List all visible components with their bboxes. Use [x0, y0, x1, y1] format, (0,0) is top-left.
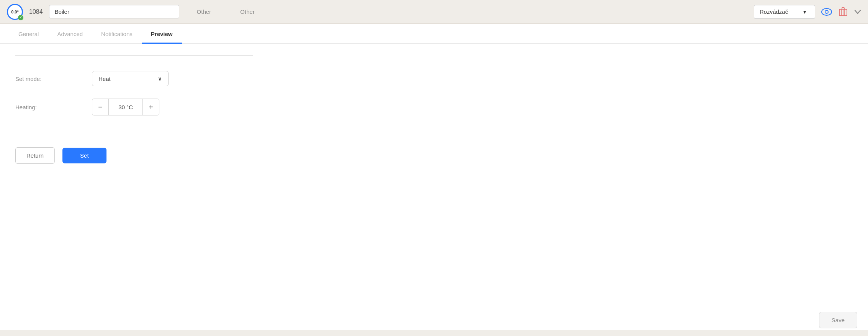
preview-panel: Set mode: Heat ∨ Heating: − 30 °C + [0, 44, 268, 175]
increase-button[interactable]: + [143, 99, 159, 115]
svg-point-1 [825, 10, 828, 13]
other-label-2: Other [229, 8, 266, 15]
heating-label: Heating: [15, 104, 92, 110]
collapse-chevron-icon[interactable] [854, 10, 861, 14]
category-dropdown[interactable]: Rozvádzač ▾ [754, 5, 815, 19]
save-button[interactable]: Save [819, 312, 857, 328]
heating-row: Heating: − 30 °C + [15, 99, 253, 115]
device-name-input[interactable] [49, 5, 179, 18]
save-area: Save [819, 312, 857, 328]
mode-value: Heat [98, 76, 111, 82]
heating-stepper: − 30 °C + [92, 99, 159, 115]
mode-dropdown[interactable]: Heat ∨ [92, 71, 169, 86]
heating-value: 30 °C [108, 99, 143, 115]
set-button[interactable]: Set [62, 148, 106, 163]
other-label-1: Other [185, 8, 223, 15]
device-circle-badge: 0.0° ✓ [7, 4, 23, 20]
decrease-button[interactable]: − [92, 99, 108, 115]
dropdown-chevron-icon: ▾ [803, 8, 806, 15]
mode-chevron-icon: ∨ [158, 75, 162, 82]
svg-point-0 [822, 8, 832, 15]
top-divider [15, 55, 253, 56]
header-icons [821, 7, 861, 16]
tab-general[interactable]: General [9, 24, 48, 44]
set-mode-label: Set mode: [15, 76, 92, 82]
badge-value: 0.0° [11, 10, 19, 14]
main-content: Set mode: Heat ∨ Heating: − 30 °C + [0, 44, 868, 330]
tab-bar: General Advanced Notifications Preview [0, 24, 868, 44]
tab-preview[interactable]: Preview [142, 24, 182, 44]
tab-notifications[interactable]: Notifications [92, 24, 142, 44]
action-buttons: Return Set [15, 147, 253, 164]
bottom-divider [15, 128, 253, 128]
device-id: 1084 [29, 8, 43, 15]
tab-advanced[interactable]: Advanced [48, 24, 92, 44]
header: 0.0° ✓ 1084 Other Other Rozvádzač ▾ [0, 0, 868, 24]
dropdown-label: Rozvádzač [760, 8, 788, 15]
trash-icon[interactable] [839, 7, 847, 16]
eye-icon[interactable] [821, 8, 832, 16]
return-button[interactable]: Return [15, 147, 55, 164]
set-mode-row: Set mode: Heat ∨ [15, 71, 253, 86]
device-badge: 0.0° ✓ [7, 4, 23, 20]
status-check-icon: ✓ [18, 15, 23, 20]
